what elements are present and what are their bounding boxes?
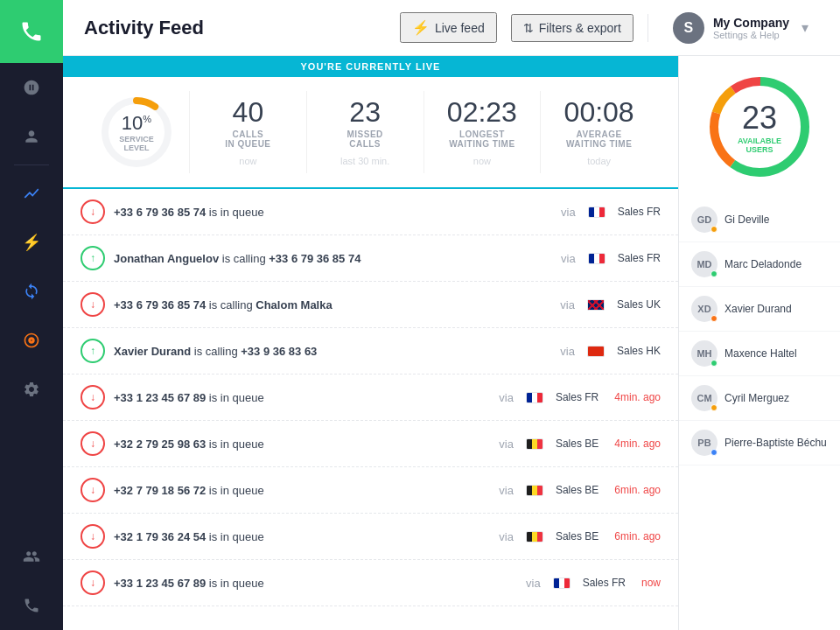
user-status-dot (710, 315, 718, 322)
user-name: Cyril Merguez (724, 392, 789, 404)
average-waiting-stat: 00:08 AVERAGE WAITING TIME today (540, 91, 657, 173)
feed-time: 4min. ago (614, 391, 661, 403)
feed-item-text: +32 1 79 36 24 54 is in queue (114, 530, 486, 543)
sidebar-divider-1 (14, 164, 49, 165)
filters-icon: ⇅ (523, 21, 534, 35)
company-sub: Settings & Help (713, 30, 789, 40)
feed-item[interactable]: ↑ Jonathan Anguelov is calling +33 6 79 … (63, 235, 678, 282)
lightning-icon: ⚡ (412, 19, 430, 36)
sidebar-item-calls[interactable] (0, 63, 63, 112)
call-direction-icon: ↑ (80, 246, 105, 270)
stats-row: 10% SERVICELEVEL 40 CALLS (63, 77, 678, 187)
company-text: My Company Settings & Help (713, 16, 789, 40)
filters-export-button[interactable]: ⇅ Filters & export (511, 14, 634, 42)
feed-channel: Sales FR (618, 206, 661, 218)
longest-waiting-stat: 02:23 LONGEST WAITING TIME now (424, 91, 541, 173)
feed-item-text: +33 1 23 45 67 89 is in queue (114, 577, 514, 590)
stats-bar: YOU'RE CURRENTLY LIVE 10% (63, 56, 678, 189)
user-avatar: XD (691, 296, 718, 322)
call-direction-icon: ↓ (80, 385, 105, 410)
user-status-dot (710, 404, 718, 411)
feed-channel: Sales UK (617, 298, 661, 311)
feed-channel: Sales HK (617, 345, 661, 357)
live-feed-button[interactable]: ⚡ Live feed (400, 12, 497, 43)
feed-channel: Sales FR (618, 252, 661, 264)
feed-item[interactable]: ↓ +32 2 79 25 98 63 is in queue via Sale… (63, 421, 678, 467)
feed-item-text: +32 2 79 25 98 63 is in queue (114, 438, 486, 451)
user-avatar: PB (691, 430, 718, 456)
feed-item[interactable]: ↓ +32 1 79 36 24 54 is in queue via Sale… (63, 514, 678, 560)
available-users-value: 23 (738, 100, 781, 136)
user-name: Marc Deladonde (724, 258, 802, 270)
user-status-dot (710, 449, 718, 456)
user-item[interactable]: XD Xavier Durand (679, 287, 840, 332)
longest-waiting-time: now (438, 156, 527, 166)
user-name: Xavier Durand (724, 303, 792, 315)
feed-area: YOU'RE CURRENTLY LIVE 10% (63, 56, 678, 630)
sidebar-item-team[interactable] (0, 532, 63, 581)
user-item[interactable]: MD Marc Deladonde (679, 242, 840, 287)
user-item[interactable]: MH Maxence Haltel (679, 332, 840, 376)
feed-item[interactable]: ↓ +33 6 79 36 85 74 is calling Chalom Ma… (63, 282, 678, 328)
available-users-donut-wrap: 23 AVAILABLE USERS (679, 56, 840, 198)
feed-item[interactable]: ↓ +33 1 23 45 67 89 is in queue via Sale… (63, 374, 678, 421)
feed-via: via (560, 298, 575, 312)
user-name: Maxence Haltel (724, 347, 797, 360)
feed-item-text: +33 6 79 36 85 74 is calling Chalom Malk… (114, 298, 548, 312)
user-status-dot (710, 360, 718, 367)
feed-item[interactable]: ↓ +33 1 23 45 67 89 is in queue via Sale… (63, 560, 678, 606)
feed-time: now (641, 577, 661, 589)
feed-channel: Sales BE (556, 438, 598, 450)
available-users-label: AVAILABLE USERS (738, 136, 781, 154)
sidebar-item-target[interactable] (0, 316, 63, 365)
feed-item-text: Xavier Durand is calling +33 9 36 83 63 (114, 345, 548, 358)
call-direction-icon: ↓ (80, 431, 105, 456)
average-waiting-value: 00:08 (555, 98, 643, 126)
sidebar-item-contacts[interactable] (0, 112, 63, 161)
longest-waiting-value: 02:23 (438, 98, 527, 126)
calls-in-queue-value: 40 (204, 98, 292, 126)
average-waiting-label: AVERAGE WAITING TIME (555, 130, 643, 149)
user-name: Pierre-Baptiste Béchu (724, 437, 827, 449)
feed-item-text: +33 6 79 36 85 74 is in queue (114, 206, 549, 219)
sidebar: ⚡ (0, 0, 63, 630)
feed-time: 6min. ago (614, 530, 661, 542)
user-avatar: MH (691, 340, 718, 367)
feed-item[interactable]: ↑ Xavier Durand is calling +33 9 36 83 6… (63, 328, 678, 374)
live-banner: YOU'RE CURRENTLY LIVE (63, 56, 678, 77)
user-status-dot (710, 270, 718, 277)
feed-channel: Sales FR (583, 577, 626, 589)
feed-via: via (499, 391, 514, 404)
company-name: My Company (713, 16, 789, 30)
sidebar-item-activity[interactable] (0, 169, 63, 218)
call-direction-icon: ↓ (80, 478, 105, 502)
missed-calls-stat: 23 MISSED CALLS last 30 min. (306, 91, 424, 173)
service-level-donut: 10% SERVICELEVEL (84, 93, 189, 172)
right-panel: 23 AVAILABLE USERS GD Gi Deville MD Marc (678, 56, 840, 630)
filters-label: Filters & export (539, 21, 621, 35)
sidebar-item-settings[interactable] (0, 365, 63, 414)
sidebar-item-phone[interactable] (0, 581, 63, 630)
feed-item[interactable]: ↓ +33 6 79 36 85 74 is in queue via Sale… (63, 189, 678, 235)
feed-time: 4min. ago (614, 438, 661, 450)
user-item[interactable]: GD Gi Deville (679, 198, 840, 242)
missed-calls-time: last 30 min. (321, 156, 410, 166)
call-direction-icon: ↑ (80, 339, 105, 363)
company-info[interactable]: S My Company Settings & Help ▾ (662, 7, 819, 49)
sidebar-logo[interactable] (0, 0, 63, 63)
call-direction-icon: ↓ (80, 570, 105, 595)
user-avatar: CM (691, 385, 718, 411)
feed-item[interactable]: ↓ +32 7 79 18 56 72 is in queue via Sale… (63, 467, 678, 514)
feed-via: via (526, 577, 541, 590)
sidebar-item-lightning[interactable]: ⚡ (0, 218, 63, 267)
main-content: Activity Feed ⚡ Live feed ⇅ Filters & ex… (63, 0, 840, 630)
user-item[interactable]: PB Pierre-Baptiste Béchu (679, 421, 840, 466)
feed-item-text: +32 7 79 18 56 72 is in queue (114, 484, 486, 497)
calls-in-queue-label: CALLS IN QUEUE (204, 130, 292, 149)
page-title: Activity Feed (84, 17, 400, 39)
sidebar-item-sync[interactable] (0, 267, 63, 316)
feed-list: ↓ +33 6 79 36 85 74 is in queue via Sale… (63, 189, 678, 630)
user-status-dot (710, 226, 718, 233)
user-item[interactable]: CM Cyril Merguez (679, 376, 840, 421)
longest-waiting-label: LONGEST WAITING TIME (438, 130, 527, 149)
